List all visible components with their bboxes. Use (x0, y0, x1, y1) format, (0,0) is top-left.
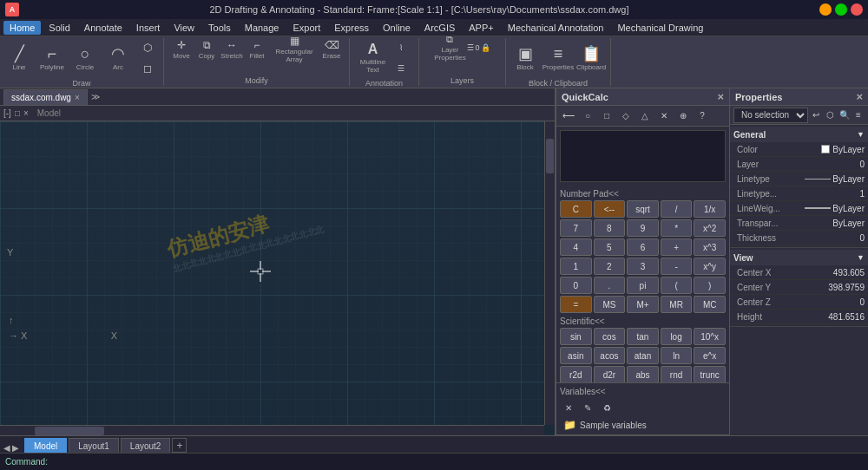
qc-key-mul[interactable]: * (661, 219, 693, 237)
qc-acos[interactable]: acos (594, 347, 626, 364)
qc-key-8[interactable]: 8 (594, 219, 626, 237)
stretch-tool[interactable]: ↔ Stretch (220, 40, 244, 59)
prop-btn-4[interactable]: ≡ (852, 108, 865, 123)
qc-key-dot[interactable]: . (594, 277, 626, 294)
prop-thickness-row[interactable]: Thickness 0 (730, 231, 868, 245)
qc-key-0[interactable]: 0 (560, 277, 592, 294)
menu-online[interactable]: Online (377, 21, 417, 35)
canvas-area[interactable]: ssdax.com.dwg × ≫ [-] □ × Model (0, 88, 556, 435)
fillet-tool[interactable]: ⌐ Fillet (245, 40, 269, 59)
qc-key-minus[interactable]: - (661, 258, 693, 275)
nav-left-icon[interactable]: ◀ (3, 443, 10, 453)
scientific-label[interactable]: Scientific<< (560, 315, 726, 328)
qc-key-MS[interactable]: MS (594, 296, 626, 313)
qc-key-MR[interactable]: MR (661, 296, 693, 313)
selection-dropdown[interactable]: No selection (733, 108, 808, 123)
layout1-tab[interactable]: Layout1 (69, 438, 119, 453)
menu-solid[interactable]: Solid (43, 21, 76, 35)
qc-key-pi[interactable]: pi (627, 277, 659, 294)
annotation-extra1[interactable]: ⌇ (391, 38, 411, 57)
general-section-header[interactable]: General ▼ (730, 127, 868, 142)
var-btn-delete[interactable]: ✕ (560, 400, 577, 415)
qc-key-back[interactable]: <-- (594, 200, 626, 218)
qc-key-sqrt[interactable]: sqrt (627, 200, 659, 218)
drawing-canvas[interactable]: 仿迪的安津 北北北北北北北北北北北北北北北北北北 Y X ↑ → (0, 121, 555, 435)
nav-right-icon[interactable]: ▶ (12, 443, 19, 453)
menu-arcgis[interactable]: ArcGIS (418, 21, 461, 35)
canvas-tab-close[interactable]: × (75, 93, 80, 102)
qc-asin[interactable]: asin (560, 347, 592, 364)
qc-key-3[interactable]: 3 (627, 258, 659, 275)
prop-color-row[interactable]: Color ByLayer (730, 142, 868, 157)
menu-annotate[interactable]: Annotate (78, 21, 128, 35)
variables-folder-item[interactable]: 📁 Sample variables (560, 417, 726, 433)
qc-key-1x[interactable]: 1/x (694, 200, 726, 218)
prop-transparency-row[interactable]: Transpar... ByLayer (730, 216, 868, 231)
canvas-tab-drawing[interactable]: ssdax.com.dwg × (3, 89, 88, 105)
line-tool[interactable]: ╱ Line (3, 38, 35, 78)
menu-mech-drawing[interactable]: Mechanical Drawing (611, 21, 709, 35)
vertical-scrollbar[interactable] (544, 121, 555, 425)
quickcalc-close[interactable]: × (717, 90, 724, 103)
menu-app[interactable]: APP+ (463, 21, 499, 35)
erase-tool[interactable]: ⌫ Erase (319, 40, 344, 59)
menu-insert[interactable]: Insert (130, 21, 167, 35)
canvas-tab-extra[interactable]: ≫ (88, 90, 103, 103)
arc-tool[interactable]: ◠ Arc (102, 38, 134, 78)
qc-btn-4[interactable]: ◇ (617, 108, 635, 124)
qc-log[interactable]: log (661, 328, 693, 345)
qc-d2r[interactable]: d2r (594, 366, 626, 382)
number-pad-label[interactable]: Number Pad<< (560, 187, 726, 200)
menu-home[interactable]: Home (3, 21, 41, 35)
prop-center-y-row[interactable]: Center Y 398.9759 (730, 280, 868, 295)
prop-btn-2[interactable]: ⬡ (824, 108, 836, 123)
qc-key-2[interactable]: 2 (594, 258, 626, 275)
prop-linetype-row[interactable]: Linetype ByLayer (730, 172, 868, 186)
qc-key-7[interactable]: 7 (560, 219, 592, 237)
qc-rnd[interactable]: rnd (661, 366, 693, 382)
qc-key-MC[interactable]: MC (694, 296, 726, 313)
circle-tool[interactable]: ○ Circle (69, 38, 101, 78)
polyline-tool[interactable]: ⌐ Polyline (36, 38, 68, 78)
block-tool[interactable]: ▣ Block (510, 38, 541, 78)
qc-sin[interactable]: sin (560, 328, 592, 345)
qc-key-x3[interactable]: x^3 (694, 238, 726, 256)
prop-center-z-row[interactable]: Center Z 0 (730, 295, 868, 310)
model-tab[interactable]: Model (24, 438, 67, 453)
variables-label[interactable]: Variables<< (560, 385, 726, 398)
var-btn-edit[interactable]: ✎ (579, 400, 596, 415)
qc-key-4[interactable]: 4 (560, 238, 592, 256)
qc-key-9[interactable]: 9 (627, 219, 659, 237)
menu-mech-annotation[interactable]: Mechanical Annotation (502, 21, 610, 35)
prop-lineweight-row[interactable]: LineWeig... ByLayer (730, 201, 868, 216)
qc-btn-7[interactable]: ⊕ (674, 108, 692, 124)
qc-trunc[interactable]: trunc (694, 366, 726, 382)
viewport-max[interactable]: × (23, 108, 29, 118)
add-layout-button[interactable]: + (172, 438, 187, 453)
multiline-text-tool[interactable]: A Multiline Text (358, 38, 389, 78)
scrollbar-thumb-h[interactable] (35, 427, 104, 435)
qc-key-div[interactable]: / (661, 200, 693, 218)
qc-ln[interactable]: ln (661, 347, 693, 364)
annotation-extra2[interactable]: ☰ (391, 59, 411, 78)
qc-cos[interactable]: cos (594, 328, 626, 345)
menu-view[interactable]: View (168, 21, 201, 35)
properties-close[interactable]: × (856, 90, 863, 103)
view-section-header[interactable]: View ▼ (730, 250, 868, 265)
menu-export[interactable]: Export (286, 21, 326, 35)
maximize-button[interactable] (835, 3, 847, 16)
draw-extra-tool2[interactable]: ◻ (137, 59, 158, 78)
draw-extra-tool1[interactable]: ⬡ (137, 38, 158, 57)
var-btn-refresh[interactable]: ♻ (598, 400, 615, 415)
qc-r2d[interactable]: r2d (560, 366, 592, 382)
array-tool[interactable]: ▦ Rectangular Array (270, 40, 319, 59)
prop-linetype-scale-row[interactable]: Linetype... 1 (730, 186, 868, 201)
qc-key-Mplus[interactable]: M+ (627, 296, 659, 313)
move-tool[interactable]: ✛ Move (169, 40, 194, 59)
prop-center-x-row[interactable]: Center X 493.605 (730, 265, 868, 280)
qc-key-x2[interactable]: x^2 (694, 219, 726, 237)
close-button[interactable] (851, 3, 863, 16)
qc-btn-2[interactable]: ○ (579, 108, 596, 124)
qc-btn-help[interactable]: ? (694, 108, 711, 124)
qc-atan[interactable]: atan (627, 347, 659, 364)
